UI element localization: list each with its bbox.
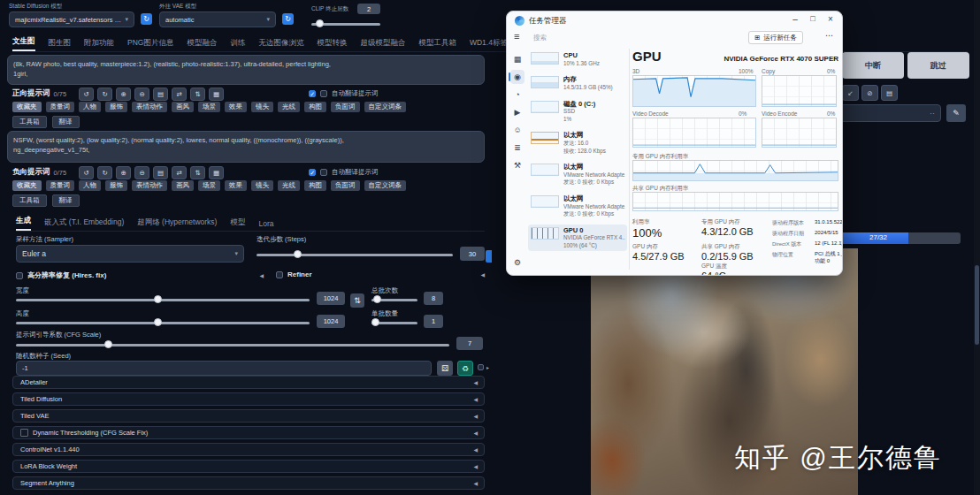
scrollbar-thumb[interactable] (975, 265, 979, 345)
performance-nav-item[interactable]: 以太网 VMware Network Adapte... 发送: 0 接收: 0… (528, 193, 627, 220)
extension-accordion[interactable]: Tiled VAE ◀ (12, 409, 485, 423)
prompt-tool-icon[interactable]: ⊖ (134, 88, 149, 101)
tag-category-chip[interactable]: 镜头 (251, 102, 273, 112)
height-slider-handle[interactable] (154, 318, 162, 326)
services-icon[interactable]: ⚒ (510, 158, 524, 172)
tag-category-chip[interactable]: 服饰 (105, 180, 127, 191)
extension-accordion[interactable]: Tiled Diffusion ◀ (12, 392, 485, 406)
clip-skip-value[interactable]: 2 (357, 4, 380, 14)
hires-fix-checkbox[interactable] (16, 272, 23, 279)
batch-count-slider-handle[interactable] (373, 295, 381, 303)
width-value[interactable]: 1024 (317, 292, 345, 305)
details-icon[interactable]: ≣ (510, 141, 524, 155)
extension-accordion[interactable]: Segment Anything ◀ (12, 476, 485, 490)
clip-skip-slider[interactable] (311, 23, 380, 26)
clear-prompt-button[interactable]: ⊘ (861, 85, 878, 101)
cfg-scale-slider[interactable] (16, 344, 449, 346)
maximize-button[interactable]: □ (806, 14, 820, 23)
cfg-scale-slider-handle[interactable] (104, 340, 112, 348)
settings-tab-item[interactable]: 生成 (16, 216, 31, 231)
tag-category-chip[interactable]: 镜头 (251, 180, 273, 191)
tab-item[interactable]: 模型转换 (317, 38, 347, 51)
performance-nav-item[interactable]: CPU 10% 1.36 GHz (528, 50, 627, 69)
translate-button[interactable]: 翻译 (52, 194, 80, 207)
negative-prompt-textarea[interactable]: NSFW, (worst quality:2), (low quality:2)… (7, 131, 485, 163)
toolbox-button[interactable]: 工具箱 (12, 116, 47, 128)
tag-category-chip[interactable]: 表情动作 (132, 180, 167, 191)
prompt-tool-icon[interactable]: ⇅ (190, 88, 205, 101)
tab-item[interactable]: 训练 (230, 38, 245, 51)
tag-category-chip[interactable]: 场景 (198, 180, 220, 191)
secondary-checkbox[interactable] (320, 169, 327, 176)
checkpoint-refresh-button[interactable]: ↻ (141, 13, 152, 25)
performance-nav-item[interactable]: 以太网 发送: 16.0 接收: 128.0 Kbps (528, 129, 627, 156)
batch-count-value[interactable]: 8 (424, 292, 443, 305)
search-input[interactable]: 搜索 (533, 34, 547, 42)
prompt-tool-icon[interactable]: ⊕ (116, 166, 131, 179)
tag-category-chip[interactable]: 质量词 (46, 180, 75, 191)
width-slider[interactable] (16, 299, 310, 301)
settings-icon[interactable]: ⚙ (510, 255, 524, 270)
tag-category-chip[interactable]: 效果 (225, 180, 247, 191)
tab-item[interactable]: 模型工具箱 (418, 38, 456, 51)
extension-accordion[interactable]: Dynamic Thresholding (CFG Scale Fix) ◀ (12, 426, 485, 439)
tab-item[interactable]: 附加功能 (84, 38, 114, 51)
prompt-tool-icon[interactable]: ⇄ (172, 88, 187, 101)
tab-item[interactable]: 超级模型融合 (360, 38, 405, 51)
tab-item[interactable]: PNG图片信息 (127, 38, 173, 51)
tab-item[interactable]: 文生图 (12, 36, 35, 51)
prompt-tool-icon[interactable]: ⇄ (172, 166, 187, 179)
tag-category-chip[interactable]: 效果 (225, 102, 247, 112)
tag-category-chip[interactable]: 光线 (278, 102, 300, 112)
tag-category-chip[interactable]: 构图 (304, 102, 326, 112)
reuse-seed-button[interactable]: ♻ (457, 361, 473, 376)
performance-icon[interactable]: ◉ (510, 70, 524, 84)
prompt-tool-icon[interactable]: ⇅ (190, 166, 205, 179)
tag-category-chip[interactable]: 质量词 (46, 102, 75, 112)
prompt-tool-icon[interactable]: ▤ (153, 166, 168, 179)
extension-accordion[interactable]: ADetailer ◀ (12, 376, 485, 389)
batch-size-value[interactable]: 1 (424, 315, 443, 328)
tag-category-chip[interactable]: 负面词 (331, 102, 360, 112)
tag-category-chip[interactable]: 构图 (304, 180, 326, 191)
run-new-task-button[interactable]: ⊞ 运行新任务 (748, 31, 803, 44)
hires-fix-header[interactable]: 高分辨率修复 (Hires. fix) ◀ (16, 270, 264, 280)
skip-button[interactable]: 跳过 (907, 52, 969, 79)
translate-toggle-checkbox[interactable]: ✓ (309, 169, 316, 176)
cfg-scale-value[interactable]: 7 (456, 337, 483, 350)
steps-slider[interactable] (256, 254, 453, 256)
app-history-icon[interactable]: ◔ (510, 88, 524, 102)
clip-skip-slider-handle[interactable] (316, 19, 324, 27)
prompt-tool-icon[interactable]: ▤ (153, 88, 168, 101)
performance-nav-item[interactable]: 内存 14.5/31.9 GB (45%) (528, 73, 627, 93)
tag-category-chip[interactable]: 场景 (198, 102, 220, 112)
refiner-header[interactable]: Refiner ◀ (276, 270, 485, 278)
extra-seed-checkbox[interactable] (478, 364, 484, 370)
translate-toggle-checkbox[interactable]: ✓ (309, 90, 316, 97)
users-icon[interactable]: ☺ (510, 123, 524, 137)
minimize-button[interactable]: – (788, 14, 802, 24)
page-scrollbar[interactable] (974, 0, 980, 495)
startup-apps-icon[interactable]: ▶ (510, 105, 524, 119)
prompt-tool-icon[interactable]: ↻ (97, 166, 112, 179)
sampler-dropdown[interactable]: Euler a ▾ (16, 245, 244, 263)
prompt-tool-icon[interactable]: ▦ (209, 166, 224, 179)
secondary-checkbox[interactable] (320, 90, 327, 97)
settings-tab-item[interactable]: 模型 (230, 217, 245, 231)
extension-enable-checkbox[interactable] (20, 429, 28, 437)
tag-category-chip[interactable]: 表情动作 (132, 102, 167, 112)
edit-styles-button[interactable]: ✎ (946, 104, 966, 122)
steps-value[interactable]: 30 (460, 247, 485, 261)
batch-size-slider[interactable] (371, 322, 417, 324)
prompt-tool-icon[interactable]: ⊕ (116, 88, 131, 101)
tab-item[interactable]: 模型融合 (187, 38, 217, 51)
height-slider[interactable] (16, 322, 310, 324)
prompt-tool-icon[interactable]: ▦ (209, 88, 224, 101)
interrupt-button[interactable]: 中断 (842, 52, 904, 79)
positive-prompt-textarea[interactable]: (8k, RAW photo, best quality, masterpiec… (7, 55, 485, 85)
extension-accordion[interactable]: ControlNet v1.1.440 ◀ (12, 443, 485, 456)
settings-tab-item[interactable]: 嵌入式 (T.I. Embedding) (44, 217, 124, 231)
tag-category-chip[interactable]: 自定义词条 (364, 180, 407, 191)
translate-button[interactable]: 翻译 (52, 116, 80, 128)
swap-dimensions-button[interactable]: ⇅ (350, 293, 364, 308)
